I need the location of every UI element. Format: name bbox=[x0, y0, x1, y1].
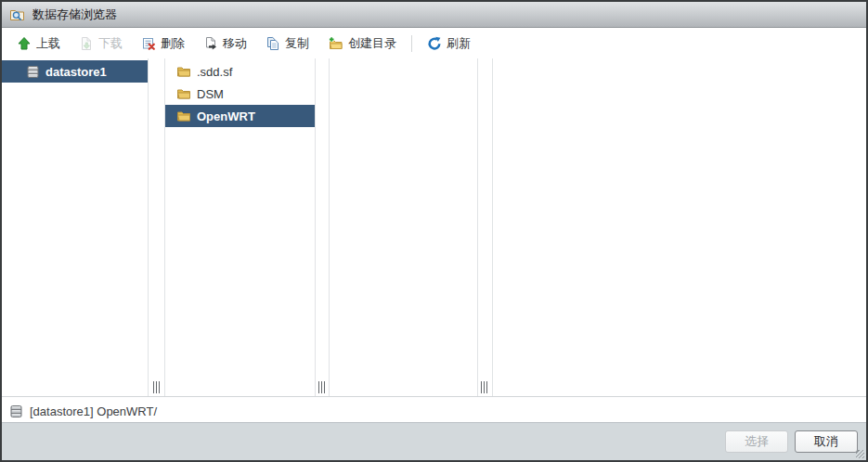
list-item-dsm[interactable]: DSM bbox=[165, 83, 315, 105]
list-item-sdd-sf[interactable]: .sdd.sf bbox=[165, 60, 315, 83]
status-bar: [datastore1] OpenWRT/ bbox=[2, 396, 866, 425]
select-button: 选择 bbox=[725, 430, 788, 453]
delete-icon bbox=[141, 36, 156, 51]
create-directory-icon bbox=[328, 36, 343, 51]
title-bar: 数据存储浏览器 bbox=[2, 2, 866, 28]
datastore-column: datastore1 bbox=[2, 58, 149, 396]
column-browser: datastore1 .sdd.sf bbox=[2, 58, 866, 396]
move-button[interactable]: 移动 bbox=[194, 32, 256, 56]
folder-column: .sdd.sf DSM OpenWRT bbox=[164, 58, 316, 396]
datastore-browser-dialog: 数据存储浏览器 上载 下载 bbox=[0, 0, 868, 462]
list-item-openwrt[interactable]: OpenWRT bbox=[165, 105, 315, 127]
create-directory-button[interactable]: 创建目录 bbox=[318, 32, 406, 56]
upload-button[interactable]: 上载 bbox=[7, 32, 70, 56]
window-resize-grip[interactable] bbox=[856, 450, 864, 458]
column-resize-handle[interactable] bbox=[318, 381, 326, 393]
copy-icon bbox=[266, 36, 280, 51]
column-resize-handle[interactable] bbox=[153, 381, 161, 393]
copy-button[interactable]: 复制 bbox=[256, 32, 318, 56]
cancel-button[interactable]: 取消 bbox=[795, 430, 858, 453]
column-resize-handle[interactable] bbox=[481, 381, 488, 393]
move-icon bbox=[203, 36, 218, 51]
delete-button[interactable]: 删除 bbox=[132, 32, 194, 56]
refresh-icon bbox=[427, 36, 442, 51]
datastore-icon bbox=[9, 404, 23, 418]
list-item-datastore1[interactable]: datastore1 bbox=[2, 60, 148, 83]
dialog-title: 数据存储浏览器 bbox=[32, 6, 117, 23]
refresh-button[interactable]: 刷新 bbox=[418, 32, 480, 56]
datastore-search-icon bbox=[9, 7, 26, 22]
datastore-icon bbox=[26, 65, 40, 79]
toolbar-separator bbox=[411, 35, 412, 52]
toolbar: 上载 下载 删除 bbox=[2, 29, 866, 58]
subfolder-column bbox=[329, 58, 478, 396]
folder-icon bbox=[176, 109, 191, 122]
download-button: 下载 bbox=[70, 32, 132, 56]
folder-icon bbox=[176, 87, 191, 100]
folder-icon bbox=[176, 65, 191, 78]
footer-bar: 选择 取消 bbox=[2, 422, 866, 460]
file-column bbox=[492, 58, 866, 396]
download-icon bbox=[79, 36, 94, 51]
selected-path: [datastore1] OpenWRT/ bbox=[30, 404, 157, 418]
upload-icon bbox=[17, 36, 32, 51]
